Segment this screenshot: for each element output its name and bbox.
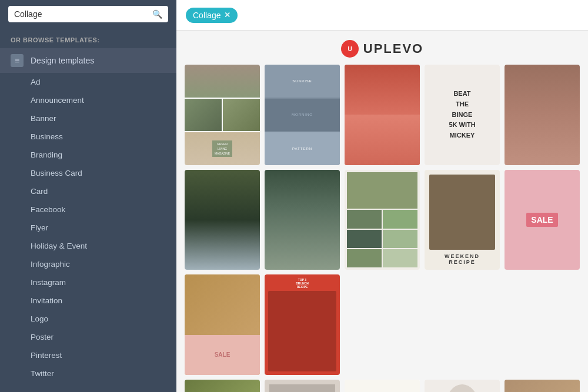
search-area: 🔍 <box>0 0 176 28</box>
template-card[interactable]: 18 <box>265 380 340 392</box>
nav-item-card[interactable]: Card <box>0 182 176 200</box>
template-card[interactable]: TOP 3BRUNCHRECIPE <box>265 274 340 375</box>
design-templates-item[interactable]: ≡ Design templates <box>0 48 176 73</box>
template-card[interactable]: SALE <box>505 170 580 270</box>
search-box: 🔍 <box>8 6 168 22</box>
top-bar: Collage ✕ <box>176 0 588 31</box>
design-templates-label: Design templates <box>31 56 94 65</box>
nav-item-logo[interactable]: Logo <box>0 310 176 328</box>
template-card[interactable]: NEWARRIVALS See the latest inmodern home… <box>345 380 420 392</box>
browse-label: OR BROWSE TEMPLATES: <box>0 28 176 48</box>
template-card[interactable]: SALE <box>185 274 260 375</box>
template-row-1: GREENLIVINGMAGAZINE SUNRISE MORNING PATT… <box>185 65 580 165</box>
template-card[interactable] <box>265 170 340 270</box>
content-area: U UPLEVO GREENLIVINGMAGAZINE <box>176 31 588 392</box>
filter-tag-collage[interactable]: Collage ✕ <box>186 8 238 23</box>
nav-item-twitter[interactable]: Twitter <box>0 364 176 383</box>
brand-name: UPLEVO <box>363 41 423 56</box>
brand-bar: U UPLEVO <box>185 38 580 65</box>
template-card[interactable]: SUMMhotte <box>505 380 580 392</box>
svg-text:U: U <box>348 46 352 52</box>
nav-item-ad[interactable]: Ad <box>0 73 176 91</box>
template-card[interactable] <box>345 65 420 165</box>
template-card[interactable]: GREENLIVINGMAGAZINE <box>185 65 260 165</box>
nav-item-banner[interactable]: Banner <box>0 109 176 128</box>
nav-item-business-card[interactable]: Business Card <box>0 164 176 182</box>
filter-tag-label: Collage <box>193 11 220 20</box>
template-card[interactable] <box>185 380 260 392</box>
sidebar: 🔍 OR BROWSE TEMPLATES: ≡ Design template… <box>0 0 176 392</box>
uplevo-icon: U <box>345 43 355 54</box>
nav-item-facebook[interactable]: Facebook <box>0 200 176 219</box>
design-templates-icon: ≡ <box>11 54 24 67</box>
nav-item-pinterest[interactable]: Pinterest <box>0 346 176 364</box>
nav-item-invitation[interactable]: Invitation <box>0 292 176 310</box>
nav-item-business[interactable]: Business <box>0 128 176 146</box>
nav-item-announcement[interactable]: Announcement <box>0 91 176 109</box>
template-row-3: 18 NEWARRIVALS See the latest inmodern h… <box>185 380 580 392</box>
template-card[interactable]: SUNRISE MORNING PATTERN <box>265 65 340 165</box>
template-card[interactable] <box>185 170 260 270</box>
nav-item-branding[interactable]: Branding <box>0 146 176 164</box>
brand-logo-icon: U <box>341 40 359 58</box>
nav-item-flyer[interactable]: Flyer <box>0 219 176 237</box>
template-card[interactable]: BEATTHEBINGE5K WITHMICKEY <box>425 65 500 165</box>
nav-item-infographic[interactable]: Infographic <box>0 255 176 273</box>
template-card[interactable] <box>345 170 420 270</box>
template-card[interactable] <box>505 65 580 165</box>
search-icon: 🔍 <box>152 9 162 19</box>
template-row-2: WEEKENDRECIPE SALE SALE <box>185 170 580 375</box>
nav-item-instagram[interactable]: Instagram <box>0 273 176 292</box>
nav-item-holiday[interactable]: Holiday & Event <box>0 237 176 255</box>
template-card[interactable]: WEEKENDRECIPE <box>425 170 500 270</box>
nav-item-poster[interactable]: Poster <box>0 328 176 346</box>
collage-thumb-a: GREENLIVINGMAGAZINE <box>185 65 260 165</box>
template-card[interactable] <box>425 380 500 392</box>
filter-tag-close[interactable]: ✕ <box>224 11 230 19</box>
search-input[interactable] <box>14 9 148 19</box>
main-content: Collage ✕ U UPLEVO <box>176 0 588 392</box>
